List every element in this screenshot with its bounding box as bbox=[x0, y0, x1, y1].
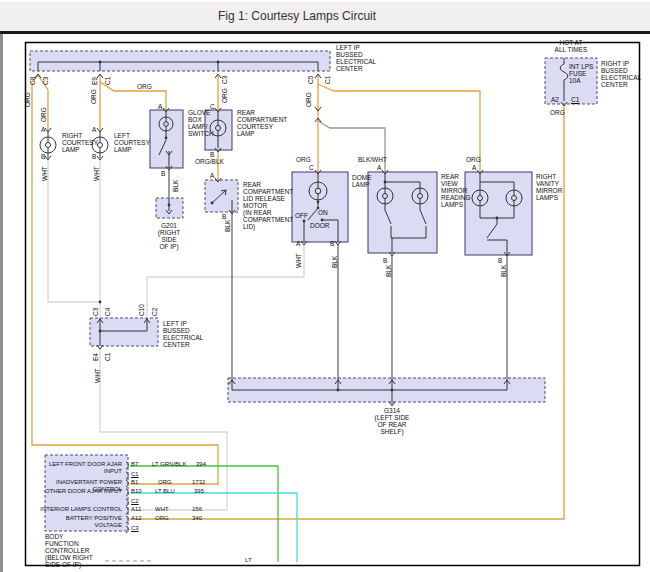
pin-a: A bbox=[92, 126, 96, 133]
controller-row-name: OTHER DOOR AJAR INPUT bbox=[38, 488, 122, 495]
pin-b: B bbox=[330, 240, 334, 247]
controller-wire: LT GRN/BLK bbox=[152, 461, 186, 468]
controller-row-name: LEFT FRONT DOOR AJAR INPUT bbox=[38, 461, 122, 474]
g314-label: G314 (LEFT SIDE OF REAR SHELF) bbox=[369, 407, 415, 435]
controller-circuit: 156 bbox=[192, 506, 202, 513]
pin-a: A bbox=[472, 164, 476, 171]
pin-b: B bbox=[383, 257, 387, 264]
wire-label-org: ORG bbox=[296, 156, 311, 163]
wire-label-blk: BLK bbox=[224, 220, 231, 232]
mirror-reading-lamps-label: REAR VIEW MIRROR READING LAMPS bbox=[441, 173, 471, 208]
controller-connector: C2 bbox=[131, 498, 139, 505]
controller-circuit: 1732 bbox=[192, 479, 205, 486]
wire-label-org: ORG bbox=[137, 83, 152, 90]
mirror-reading-lamps-box bbox=[368, 172, 437, 253]
controller-pin: A11 bbox=[131, 506, 141, 513]
wire-label-org: ORG bbox=[221, 88, 228, 103]
wire-label-blk-wht: BLK/WHT bbox=[358, 156, 387, 163]
wire-label-org: ORG bbox=[466, 156, 481, 163]
hot-at-all-times-label: HOT AT ALL TIMES bbox=[546, 39, 596, 53]
bus-top-exit3-connector: C3 bbox=[221, 76, 228, 84]
dome-switch-off: OFF bbox=[295, 212, 308, 219]
wire-label-org: ORG bbox=[40, 107, 47, 122]
bus-left-bottom-a: E4 bbox=[92, 353, 99, 361]
wire-label-org: ORG bbox=[305, 92, 312, 107]
bus-top-exit2-left-connector: E9 bbox=[91, 77, 98, 85]
controller-wire: ORG bbox=[155, 515, 169, 522]
white-wire-junction bbox=[99, 301, 102, 304]
bus-top-exit1-left-connector: C8 bbox=[29, 77, 36, 85]
left-ip-bussed-center-top-box bbox=[30, 51, 330, 71]
dome-switch-door: DOOR bbox=[310, 222, 330, 229]
int-lps-fuse-label: INT LPS FUSE 10A bbox=[569, 63, 593, 84]
controller-connector: C3 bbox=[131, 525, 139, 532]
pin-b: B bbox=[498, 257, 502, 264]
controller-connector: C1 bbox=[131, 471, 139, 478]
fuse-connector-c1: C1 bbox=[571, 96, 579, 103]
bus-top-exit4-right-connector: C1 bbox=[324, 76, 331, 84]
vanity-lamps-label: RIGHT VANITY MIRROR LAMPS bbox=[536, 173, 562, 201]
wire-label-wht: WHT bbox=[295, 253, 302, 268]
wire-label-org: ORG bbox=[24, 92, 31, 107]
controller-wire: WHT bbox=[155, 506, 169, 513]
wire-label-org: ORG bbox=[550, 109, 565, 116]
glove-box-lamp-label: GLOVE BOX LAMP/ SWITCH bbox=[188, 109, 214, 137]
bus-left-top-right-b: C2 bbox=[151, 308, 158, 316]
controller-wire: LT BLU bbox=[155, 488, 175, 495]
controller-wire: ORG bbox=[158, 479, 172, 486]
controller-row-name: INTERIOR LAMPS CONTROL bbox=[38, 506, 122, 513]
controller-circuit: 395 bbox=[194, 488, 204, 495]
vanity-lamps-box bbox=[465, 172, 532, 255]
wire-label-wht: WHT bbox=[93, 166, 100, 181]
controller-row-name: BATTERY POSITIVE VOLTAGE bbox=[38, 515, 122, 528]
pin-b: B bbox=[161, 170, 165, 177]
truncated-wire-label: LT bbox=[245, 557, 252, 564]
bus-left-top-right-a: C10 bbox=[138, 304, 145, 316]
wire-label-blk: BLK bbox=[500, 265, 507, 277]
rear-compartment-lamp-label: REAR COMPARTMENT COURTESY LAMP bbox=[237, 109, 287, 137]
body-function-controller-label: BODY FUNCTION CONTROLLER (BELOW RIGHT SI… bbox=[45, 533, 93, 568]
bus-top-exit2-right-connector: C1 bbox=[104, 77, 111, 85]
right-courtesy-lamp-label: RIGHT COURTESY LAMP bbox=[62, 132, 98, 153]
wire-label-blk: BLK bbox=[172, 180, 179, 192]
dome-switch-on: ON bbox=[318, 209, 328, 216]
bus-top-label: LEFT IP BUSSED ELECTRICAL CENTER bbox=[336, 44, 376, 72]
orange-wires bbox=[32, 75, 564, 519]
left-courtesy-lamp-label: LEFT COURTESY LAMP bbox=[114, 132, 150, 153]
lid-release-motor-label: REAR COMPARTMENT LID RELEASE MOTOR (IN R… bbox=[243, 181, 293, 230]
pin-b: B bbox=[210, 151, 214, 158]
wire-label-blk: BLK bbox=[385, 265, 392, 277]
lid-release-motor-box bbox=[205, 180, 238, 212]
pin-a: A bbox=[296, 240, 300, 247]
g201-label: G201 (RIGHT SIDE OF IP) bbox=[150, 222, 188, 250]
left-edge-strip bbox=[0, 34, 3, 572]
pin-a: A bbox=[210, 172, 214, 179]
pin-b: B bbox=[41, 153, 45, 160]
component-boxes bbox=[30, 51, 597, 531]
bus-left-top-left-a: C3 bbox=[92, 308, 99, 316]
controller-pin: B7 bbox=[131, 461, 138, 468]
controller-pin: A12 bbox=[131, 515, 142, 522]
controller-pin: B1 bbox=[131, 479, 138, 486]
pin-c: C bbox=[210, 103, 215, 110]
right-ip-bussed-center-label: RIGHT IP BUSSED ELECTRICAL CENTER bbox=[601, 60, 641, 88]
bus-left-label: LEFT IP BUSSED ELECTRICAL CENTER bbox=[163, 320, 203, 348]
bus-left-bottom-b: C1 bbox=[104, 353, 111, 361]
controller-circuit: 340 bbox=[192, 515, 202, 522]
controller-circuit: 394 bbox=[196, 461, 206, 468]
fuse-pin-a2: A2 bbox=[551, 96, 559, 103]
bus-top-exit1-right-connector: C3 bbox=[42, 77, 49, 85]
wire-label-blk: BLK bbox=[331, 256, 338, 268]
wire-label-org: ORG bbox=[90, 89, 97, 104]
bus-left-top-left-b: C4 bbox=[104, 308, 111, 316]
bus-top-exit4-left-connector: C5 bbox=[307, 76, 314, 84]
wire-label-org-blk: ORG/BLK bbox=[195, 158, 224, 165]
controller-pin: B10 bbox=[131, 488, 142, 495]
wire-label-wht: WHT bbox=[41, 166, 48, 181]
pin-a: A bbox=[377, 164, 381, 171]
pin-a: A bbox=[158, 103, 162, 110]
dome-lamp-label: DOME LAMP bbox=[352, 174, 372, 188]
pin-b: B bbox=[92, 153, 96, 160]
pin-c: C bbox=[309, 164, 314, 171]
wire-label-wht: WHT bbox=[94, 368, 101, 383]
